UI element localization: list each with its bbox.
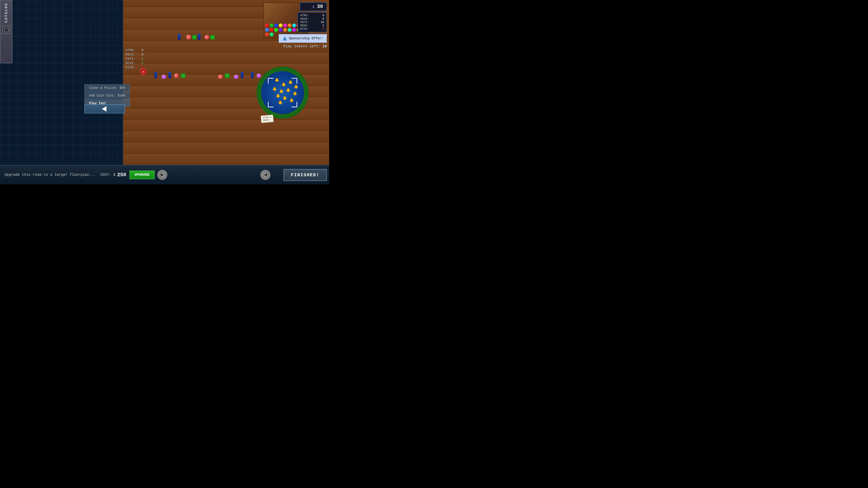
pool-corner-bl xyxy=(268,102,274,107)
catalog-label: CATALOG xyxy=(4,3,8,23)
bench-item-red-ball xyxy=(186,35,191,39)
add-coin-slot-button[interactable]: Add Coin Slot: $100 xyxy=(84,92,130,99)
blue-bottle-1 xyxy=(178,33,181,40)
hud-hsa-value: 0 xyxy=(322,17,324,21)
purple-ball-1 xyxy=(162,74,166,79)
blue-bottle-far xyxy=(241,72,243,78)
hud-atmo-row: ATMO: 0 xyxy=(300,14,324,17)
duck: 🐥 xyxy=(279,89,284,94)
hud-risk-row: RISK: 5 xyxy=(300,27,324,31)
stat-row-risk: RISK: 0 xyxy=(125,66,144,70)
duck: 🐥 xyxy=(276,94,280,98)
context-menu: Clean & Polish: $50 Add Coin Slot: $100 … xyxy=(84,84,130,107)
stats-hud: ATMO: 0 H&SA: 0 ENTE: 10 REVE: 2 RISK: 5 xyxy=(298,12,327,32)
bottom-bar: Upgrade this room to a larger floorplan.… xyxy=(0,165,329,184)
hud-ente-label: ENTE: xyxy=(300,21,309,24)
blue-bottle-2 xyxy=(198,33,200,40)
pick-duck-sign: PICK A DUCK! xyxy=(261,115,274,123)
floor-arrow-button[interactable] xyxy=(157,170,167,180)
hud-reve-label: REVE: xyxy=(300,24,309,27)
bench-item-red-ball-2 xyxy=(205,35,209,39)
back-arrow-icon xyxy=(102,106,106,111)
blue-bottle-far-2 xyxy=(251,72,254,78)
hud-ente-value: 10 xyxy=(320,21,324,24)
hud-atmo-label: ATMO: xyxy=(300,14,309,17)
red-ball-bench2 xyxy=(174,73,179,78)
sponsorship-button[interactable]: Sponsorship Offer! xyxy=(279,34,327,43)
hud-ente-row: ENTE: 10 xyxy=(300,21,324,24)
duck: 🐥 xyxy=(289,98,294,103)
sponsorship-label: Sponsorship Offer! xyxy=(289,37,323,40)
hud-risk-value: 5 xyxy=(322,27,324,31)
duck: 🐥 xyxy=(283,96,287,101)
hsa-value: 0 xyxy=(142,53,144,57)
clean-polish-button[interactable]: Clean & Polish: $50 xyxy=(84,84,130,92)
bench-item-green-square-2 xyxy=(210,35,215,39)
sponsorship-icon xyxy=(283,36,287,40)
duck: 🐥 xyxy=(281,83,286,87)
cost-value: 250 xyxy=(117,172,126,178)
hud-top-right: $ 30 ATMO: 0 H&SA: 0 ENTE: 10 REVE: 2 RI… xyxy=(276,0,329,51)
pool-corner-tl xyxy=(268,78,274,84)
finished-button[interactable]: FINISHED! xyxy=(283,169,327,181)
floor-arrow-icon xyxy=(161,173,164,177)
money-value: 30 xyxy=(317,4,323,9)
atmo-label: ATMO: xyxy=(125,48,135,53)
stat-row-reve: REVE: 1 xyxy=(125,61,144,65)
prev-arrow-icon xyxy=(264,173,267,177)
atmo-value: 0 xyxy=(142,48,144,53)
hsa-label: H&SA: xyxy=(125,53,135,57)
money-display: $ 30 xyxy=(300,2,327,11)
catalog-icon-inner xyxy=(4,28,8,32)
catalog-sidebar[interactable]: CATALOG xyxy=(0,0,12,63)
red-ball-far xyxy=(218,74,223,79)
money-symbol: $ xyxy=(312,5,314,9)
duck: 🐥 xyxy=(293,92,297,96)
prev-button[interactable] xyxy=(260,170,270,180)
catalog-icon[interactable] xyxy=(2,26,10,34)
hud-reve-row: REVE: 2 xyxy=(300,24,324,27)
back-button[interactable] xyxy=(84,104,125,113)
game-area: 🐥 🐥 🐥 🐥 🐥 🐥 🐥 🐥 🐥 🐥 🐥 🐥 PICK A DUC xyxy=(0,0,329,184)
upgrade-button[interactable]: UPGRADE xyxy=(129,170,155,179)
cost-label: COST: $ xyxy=(100,173,115,177)
pick-duck-line2: DUCK! xyxy=(263,119,272,122)
grid-overlay xyxy=(0,0,123,165)
duck-pool: 🐥 🐥 🐥 🐥 🐥 🐥 🐥 🐥 🐥 🐥 🐥 🐥 xyxy=(256,67,309,119)
left-panel xyxy=(0,0,123,165)
play-tokens-label: Play tokens left: xyxy=(283,44,320,48)
ente-label: ENTE: xyxy=(125,57,135,61)
reve-value: 1 xyxy=(142,61,144,65)
hud-hsa-row: H&SA: 0 xyxy=(300,17,324,21)
blue-bottle-bench2-2 xyxy=(168,72,171,78)
hud-atmo-value: 0 xyxy=(322,14,324,17)
bench-item-green-square-1 xyxy=(192,35,197,39)
green-sq-far xyxy=(225,73,229,78)
hud-risk-label: RISK: xyxy=(300,27,309,31)
ente-value: 2 xyxy=(142,57,144,61)
hud-hsa-label: H&SA: xyxy=(300,17,309,21)
duck: 🐥 xyxy=(286,88,290,93)
reve-label: REVE: xyxy=(125,61,135,65)
stat-row-ente: ENTE: 2 xyxy=(125,57,144,61)
purple-ball-far xyxy=(234,74,239,79)
stat-row-atmo: ATMO: 0 xyxy=(125,48,144,53)
duck: 🐥 xyxy=(294,85,298,89)
upgrade-text: Upgrade this room to a larger floorplan.… xyxy=(4,173,96,177)
hud-reve-value: 2 xyxy=(322,24,324,27)
duck: 🐥 xyxy=(278,101,283,105)
green-sq-bench2 xyxy=(181,73,185,78)
blue-bottle-bench2 xyxy=(154,72,157,78)
duck: 🐥 xyxy=(272,87,277,92)
stats-overlay: ATMO: 0 H&SA: 0 ENTE: 2 REVE: 1 RISK: 0 xyxy=(125,48,144,70)
play-tokens-value: 10 xyxy=(322,44,327,48)
play-tokens-display: Play tokens left: 10 xyxy=(283,44,327,48)
stat-row-hsa: H&SA: 0 xyxy=(125,53,144,57)
close-button[interactable]: ✕ xyxy=(140,68,147,75)
risk-label: RISK: xyxy=(125,66,135,70)
duck: 🐥 xyxy=(288,80,293,85)
duck: 🐥 xyxy=(275,78,279,83)
